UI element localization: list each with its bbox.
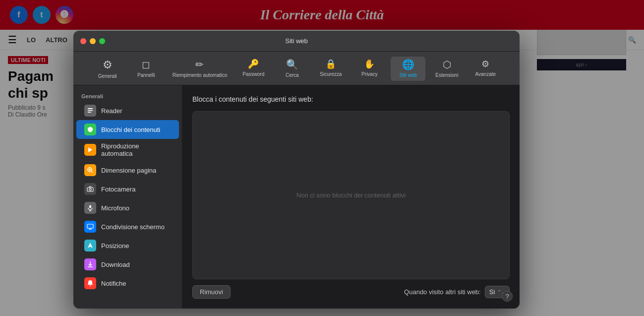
settings-sidebar: Generali Reader Blocchi dei contenuti	[73, 85, 182, 309]
blocchi-icon	[84, 124, 96, 135]
svg-point-9	[89, 189, 91, 190]
window-title: Siti web	[285, 37, 308, 45]
toolbar-estensioni[interactable]: ⬡ Estensioni	[429, 57, 464, 81]
svg-marker-3	[88, 147, 92, 152]
posizione-icon	[84, 240, 96, 252]
panel-title: Blocca i contenuti dei seguenti siti web…	[192, 95, 510, 103]
cerca-label: Cerca	[286, 72, 299, 78]
fotocamera-icon	[84, 183, 96, 195]
sidebar-item-posizione[interactable]: Posizione	[76, 236, 179, 255]
sidebar-item-riproduzione[interactable]: Riproduzione automatica	[76, 139, 179, 161]
dimensione-icon	[84, 164, 96, 176]
sidebar-item-dimensione[interactable]: Dimensione pagina	[76, 161, 179, 180]
notifiche-icon	[84, 277, 96, 289]
maximize-button[interactable]	[99, 38, 105, 44]
notifiche-label: Notifiche	[101, 280, 126, 287]
riproduzione-icon	[84, 144, 96, 156]
microfono-label: Microfono	[101, 204, 129, 212]
privacy-label: Privacy	[361, 71, 378, 77]
sicurezza-icon: 🔒	[325, 59, 336, 69]
sidebar-item-microfono[interactable]: Microfono	[76, 198, 179, 217]
privacy-icon: ✋	[364, 59, 375, 69]
sidebar-item-notifiche[interactable]: Notifiche	[76, 274, 179, 293]
riempimento-label: Riempimento automatico	[173, 72, 228, 78]
content-list-area: Non ci sono blocchi dei contenuti attivi	[192, 111, 510, 279]
toolbar: ⚙ Generali ◻ Pannelli ✏ Riempimento auto…	[73, 52, 520, 85]
siti-web-icon: 🌐	[402, 59, 414, 70]
generali-label: Generali	[98, 73, 117, 79]
sidebar-item-condivisione[interactable]: Condivisione schermo	[76, 217, 179, 236]
pannelli-label: Pannelli	[137, 72, 155, 78]
dimensione-label: Dimensione pagina	[101, 167, 156, 174]
quando-label: Quando visito altri siti web:	[404, 288, 481, 296]
svg-rect-1	[88, 110, 93, 111]
toolbar-sicurezza[interactable]: 🔒 Sicurezza	[313, 57, 348, 81]
rimuovi-button[interactable]: Rimuovi	[192, 285, 231, 299]
toolbar-siti-web[interactable]: 🌐 Siti web	[391, 57, 425, 81]
riempimento-icon: ✏	[195, 59, 204, 70]
svg-line-5	[91, 171, 93, 173]
avanzate-label: Avanzate	[475, 71, 496, 77]
window-titlebar: Siti web	[73, 31, 520, 52]
svg-rect-2	[88, 112, 91, 113]
content-area: Generali Reader Blocchi dei contenuti	[73, 85, 520, 309]
traffic-lights	[80, 38, 105, 44]
siti-web-label: Siti web	[400, 72, 417, 78]
toolbar-password[interactable]: 🔑 Password	[236, 57, 271, 81]
estensioni-label: Estensioni	[435, 72, 458, 78]
svg-marker-16	[88, 243, 93, 248]
help-button[interactable]: ?	[502, 291, 513, 302]
microfono-icon	[84, 202, 96, 214]
download-icon	[84, 258, 96, 270]
close-button[interactable]	[80, 38, 86, 44]
sidebar-item-download[interactable]: Download	[76, 255, 179, 274]
toolbar-pannelli[interactable]: ◻ Pannelli	[129, 57, 164, 81]
blocchi-label: Blocchi dei contenuti	[101, 126, 160, 133]
toolbar-privacy[interactable]: ✋ Privacy	[352, 57, 387, 81]
settings-window: Siti web ⚙ Generali ◻ Pannelli ✏ Riempim…	[73, 31, 520, 309]
sidebar-item-reader[interactable]: Reader	[76, 101, 179, 120]
cerca-icon: 🔍	[286, 59, 298, 70]
sidebar-section-generali: Generali	[73, 90, 182, 101]
riproduzione-label: Riproduzione automatica	[101, 142, 171, 157]
posizione-label: Posizione	[101, 242, 129, 250]
estensioni-icon: ⬡	[443, 59, 451, 70]
empty-message: Non ci sono blocchi dei contenuti attivi	[296, 191, 406, 199]
toolbar-cerca[interactable]: 🔍 Cerca	[275, 57, 309, 81]
sidebar-item-blocchi[interactable]: Blocchi dei contenuti	[76, 120, 179, 139]
fotocamera-label: Fotocamera	[101, 186, 135, 193]
minimize-button[interactable]	[90, 38, 96, 44]
quando-row: Quando visito altri siti web: Sì ⌃⌄	[404, 286, 510, 298]
sicurezza-label: Sicurezza	[320, 71, 342, 77]
svg-rect-0	[88, 108, 93, 109]
pannelli-icon: ◻	[142, 59, 150, 70]
condivisione-icon	[84, 221, 96, 233]
condivisione-label: Condivisione schermo	[101, 223, 165, 231]
main-panel: Blocca i contenuti dei seguenti siti web…	[182, 85, 520, 309]
password-icon: 🔑	[248, 59, 259, 69]
svg-rect-13	[87, 224, 93, 228]
download-label: Download	[101, 261, 130, 268]
sidebar-item-fotocamera[interactable]: Fotocamera	[76, 180, 179, 198]
toolbar-avanzate[interactable]: ⚙ Avanzate	[468, 57, 503, 81]
toolbar-riempimento[interactable]: ✏ Riempimento automatico	[168, 57, 233, 81]
reader-label: Reader	[101, 107, 122, 115]
password-label: Password	[242, 71, 264, 77]
toolbar-generali[interactable]: ⚙ Generali	[90, 57, 125, 81]
svg-rect-10	[89, 205, 91, 208]
reader-icon	[84, 105, 96, 117]
generali-icon: ⚙	[103, 59, 113, 71]
panel-bottom: Rimuovi Quando visito altri siti web: Sì…	[192, 285, 510, 299]
avanzate-icon: ⚙	[481, 59, 489, 69]
